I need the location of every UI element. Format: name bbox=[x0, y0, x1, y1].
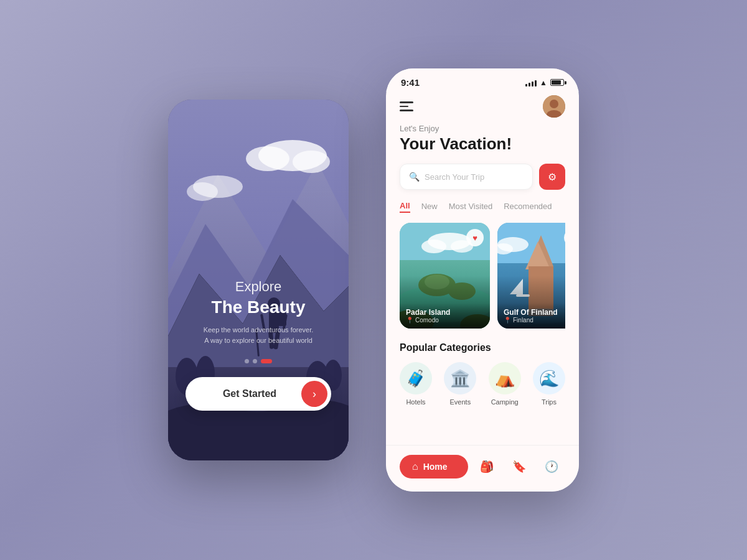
card-info-finland: Gulf Of Finland 📍Finland bbox=[497, 303, 565, 329]
search-row: 🔍 Search Your Trip ⚙ bbox=[400, 164, 565, 190]
explore-icon: 🎒 bbox=[480, 460, 494, 474]
onboard-description: Keep the world adventurous forever. A wa… bbox=[186, 325, 331, 347]
home-header bbox=[386, 91, 579, 124]
hotels-label: Hotels bbox=[406, 398, 425, 406]
nav-profile-button[interactable]: 🕐 bbox=[538, 453, 565, 480]
greeting-main: Your Vacation! bbox=[400, 134, 565, 154]
signal-icon bbox=[525, 79, 537, 86]
greeting-sub: Let's Enjoy bbox=[400, 124, 565, 133]
trips-icon: 🌊 bbox=[539, 369, 559, 388]
pin-icon: 📍 bbox=[406, 317, 413, 324]
hotels-icon-wrap: 🧳 bbox=[400, 362, 432, 394]
explore-label: Explore bbox=[186, 279, 331, 295]
camping-icon-wrap: ⛺ bbox=[489, 362, 521, 394]
category-trips[interactable]: 🌊 Trips bbox=[533, 362, 565, 406]
home-nav-icon: ⌂ bbox=[412, 461, 418, 472]
onboarding-background: Explore The Beauty Keep the world advent… bbox=[168, 100, 349, 460]
hamburger-line-1 bbox=[400, 101, 413, 103]
events-icon: 🏛️ bbox=[450, 369, 470, 388]
dot-3-active bbox=[261, 359, 272, 363]
nav-explore-button[interactable]: 🎒 bbox=[473, 453, 500, 480]
hotels-icon: 🧳 bbox=[406, 369, 426, 388]
category-camping[interactable]: ⛺ Camping bbox=[489, 362, 521, 406]
events-icon-wrap: 🏛️ bbox=[444, 362, 476, 394]
svg-point-12 bbox=[293, 151, 330, 173]
events-label: Events bbox=[450, 398, 471, 406]
category-hotels[interactable]: 🧳 Hotels bbox=[400, 362, 432, 406]
categories-row: 🧳 Hotels 🏛️ Events ⛺ Camping 🌊 bbox=[400, 362, 565, 406]
popular-categories-title: Popular Categories bbox=[400, 342, 565, 353]
avatar[interactable] bbox=[543, 95, 565, 118]
home-phone: 9:41 ▲ bbox=[386, 68, 579, 492]
onboarding-phone: Explore The Beauty Keep the world advent… bbox=[168, 100, 349, 460]
nav-home-label: Home bbox=[423, 462, 448, 472]
status-time: 9:41 bbox=[401, 77, 420, 88]
tab-recommended[interactable]: Recomended bbox=[504, 202, 552, 212]
filter-button[interactable]: ⚙ bbox=[539, 164, 565, 190]
svg-point-11 bbox=[246, 146, 289, 171]
pin-icon-2: 📍 bbox=[504, 317, 511, 324]
nav-home-button[interactable]: ⌂ Home bbox=[400, 455, 468, 478]
wifi-icon: ▲ bbox=[540, 78, 547, 87]
svg-point-14 bbox=[187, 182, 218, 201]
get-started-button[interactable]: Get Started › bbox=[186, 377, 331, 411]
bookmark-icon: 🔖 bbox=[512, 460, 526, 474]
trips-icon-wrap: 🌊 bbox=[533, 362, 565, 394]
card-location-finland: 📍Finland bbox=[504, 317, 565, 324]
get-started-label: Get Started bbox=[198, 388, 301, 399]
search-icon: 🔍 bbox=[409, 172, 420, 182]
get-started-arrow-icon: › bbox=[301, 381, 327, 407]
beauty-label: The Beauty bbox=[186, 297, 331, 317]
dot-2 bbox=[253, 359, 257, 363]
card-name-finland: Gulf Of Finland bbox=[504, 308, 565, 317]
card-location-padar: 📍Comodo bbox=[406, 317, 484, 324]
category-events[interactable]: 🏛️ Events bbox=[444, 362, 476, 406]
battery-icon bbox=[550, 79, 564, 86]
onboarding-content: Explore The Beauty Keep the world advent… bbox=[168, 279, 349, 411]
hamburger-line-3 bbox=[400, 110, 413, 111]
onboard-dots bbox=[186, 359, 331, 363]
trips-label: Trips bbox=[542, 398, 557, 406]
camping-icon: ⛺ bbox=[495, 369, 515, 388]
tab-most-visited[interactable]: Most Visited bbox=[449, 202, 493, 212]
filter-tabs: All New Most Visited Recomended bbox=[400, 201, 565, 213]
status-bar: 9:41 ▲ bbox=[386, 68, 579, 91]
card-heart-padar[interactable]: ♥ bbox=[466, 229, 484, 246]
tab-new[interactable]: New bbox=[421, 202, 438, 212]
bottom-nav: ⌂ Home 🎒 🔖 🕐 bbox=[386, 445, 579, 492]
hamburger-menu-button[interactable] bbox=[400, 101, 413, 111]
card-info-padar: Padar Island 📍Comodo bbox=[400, 303, 490, 329]
search-box[interactable]: 🔍 Search Your Trip bbox=[400, 164, 533, 190]
hamburger-line-2 bbox=[400, 106, 408, 108]
profile-icon: 🕐 bbox=[545, 460, 558, 474]
filter-icon: ⚙ bbox=[548, 171, 557, 183]
camping-label: Camping bbox=[491, 398, 519, 406]
card-name-padar: Padar Island bbox=[406, 308, 484, 317]
card-gulf-finland[interactable]: ♥ Gulf Of Finland 📍Finland bbox=[497, 223, 565, 329]
card-padar-island[interactable]: ♥ Padar Island 📍Comodo bbox=[400, 223, 490, 329]
home-content: Let's Enjoy Your Vacation! 🔍 Search Your… bbox=[386, 124, 579, 445]
destination-cards: ♥ Padar Island 📍Comodo bbox=[400, 223, 565, 329]
tab-all[interactable]: All bbox=[400, 201, 410, 213]
nav-bookmark-button[interactable]: 🔖 bbox=[505, 453, 533, 480]
search-placeholder: Search Your Trip bbox=[425, 172, 484, 182]
dot-1 bbox=[245, 359, 249, 363]
battery-fill bbox=[552, 80, 561, 85]
status-icons: ▲ bbox=[525, 78, 564, 87]
svg-point-24 bbox=[550, 100, 558, 108]
